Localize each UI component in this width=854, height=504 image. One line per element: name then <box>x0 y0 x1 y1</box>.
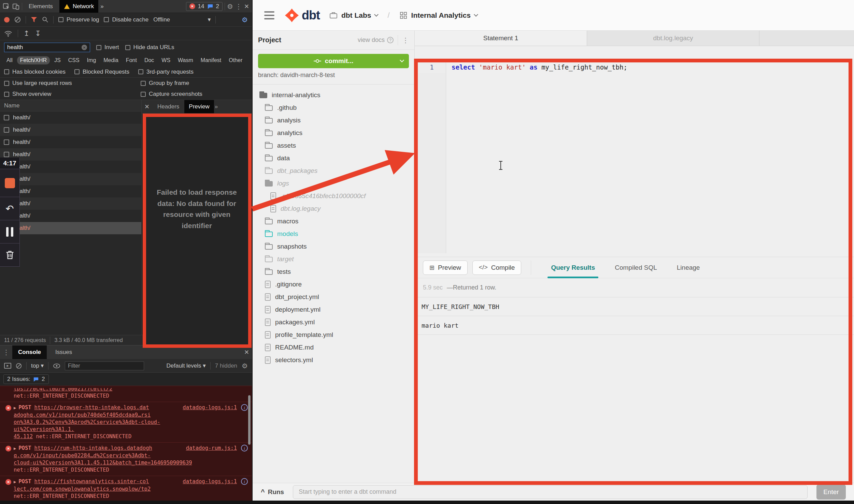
network-conditions-icon[interactable] <box>4 30 12 37</box>
tree-item-folder[interactable]: analytics <box>253 127 414 139</box>
clear-filter-icon[interactable]: ✕ <box>82 45 87 50</box>
project-switcher[interactable]: Internal Analytics <box>399 11 478 19</box>
chip-wasm[interactable]: Wasm <box>175 56 196 64</box>
tree-item-file[interactable]: selectors.yml <box>253 354 414 366</box>
tab-query-results[interactable]: Query Results <box>551 264 595 271</box>
disable-cache-checkbox[interactable]: Disable cache <box>104 16 148 23</box>
tab-preview[interactable]: Preview <box>184 100 214 113</box>
devtools-close-icon[interactable]: ✕ <box>244 3 249 10</box>
source-link[interactable]: datadog-rum.js:1 <box>186 445 237 452</box>
request-row[interactable]: health/ <box>0 185 141 197</box>
tab-compiled-sql[interactable]: Compiled SQL <box>615 264 657 271</box>
chip-doc[interactable]: Doc <box>141 56 157 64</box>
context-select[interactable]: top ▾ <box>31 362 44 369</box>
tree-item-file[interactable]: README.md <box>253 341 414 354</box>
show-overview-checkbox[interactable]: Show overview <box>4 91 141 98</box>
info-icon[interactable]: i <box>241 404 248 411</box>
import-har-icon[interactable]: ↥ <box>24 30 30 37</box>
third-party-requests-checkbox[interactable]: 3rd-party requests <box>138 69 194 75</box>
chip-img[interactable]: Img <box>84 56 99 64</box>
expand-triangle-icon[interactable]: ▶ <box>14 405 16 410</box>
chip-font[interactable]: Font <box>123 56 140 64</box>
request-row[interactable]: health/ <box>0 148 141 161</box>
name-column-header[interactable]: Name <box>0 100 141 112</box>
has-blocked-cookies-checkbox[interactable]: Has blocked cookies <box>4 69 66 75</box>
settings-gear-icon[interactable]: ⚙ <box>227 3 233 10</box>
source-link[interactable]: datadog-logs.js:1 <box>183 404 237 411</box>
export-har-icon[interactable]: ↧ <box>35 30 41 37</box>
console-sidebar-icon[interactable]: ▶ <box>4 363 11 369</box>
device-toolbar-icon[interactable] <box>12 3 20 10</box>
console-error-message[interactable]: tps://0c4c.t0b/0.0002177c0ttl/2 net::ERR… <box>0 386 252 402</box>
preserve-log-checkbox[interactable]: Preserve log <box>58 16 99 23</box>
group-by-frame-checkbox[interactable]: Group by frame <box>141 80 189 87</box>
capture-screenshots-checkbox[interactable]: Capture screenshots <box>141 91 202 98</box>
commit-button[interactable]: commit... <box>258 54 409 68</box>
tree-item-folder[interactable]: tests <box>253 265 414 278</box>
tab-dbt-log-legacy[interactable]: dbt.log.legacy <box>587 31 759 46</box>
info-icon[interactable]: i <box>241 445 248 451</box>
tree-item-file[interactable]: packages.yml <box>253 316 414 328</box>
devtools-badges[interactable]: ✕ 14 2 <box>186 2 223 11</box>
request-row[interactable]: health/ <box>0 210 141 222</box>
account-switcher[interactable]: dbt Labs <box>329 11 378 19</box>
info-icon[interactable]: i <box>241 478 248 485</box>
request-row[interactable]: health/ <box>0 197 141 210</box>
pause-recording-button[interactable] <box>0 220 20 243</box>
dbt-logo[interactable]: dbt <box>284 8 320 23</box>
chevron-down-icon[interactable] <box>400 58 404 62</box>
chip-all[interactable]: All <box>3 56 16 64</box>
tab-network[interactable]: Network <box>59 0 98 13</box>
filter-icon[interactable] <box>31 16 37 23</box>
view-docs-link[interactable]: view docs? <box>358 36 394 44</box>
chip-fetch-xhr[interactable]: Fetch/XHR <box>17 56 50 64</box>
tree-item-file[interactable]: deployment.yml <box>253 303 414 316</box>
expand-triangle-icon[interactable]: ▶ <box>14 446 16 451</box>
tree-item-file[interactable]: .gitignore <box>253 278 414 291</box>
preview-button[interactable]: ⊞Preview <box>423 261 468 275</box>
stop-recording-button[interactable] <box>0 169 20 197</box>
console-filter-input[interactable] <box>65 361 144 370</box>
network-settings-gear-icon[interactable]: ⚙ <box>242 16 248 23</box>
tab-elements[interactable]: Elements <box>24 0 57 13</box>
clear-console-icon[interactable] <box>16 363 22 369</box>
tab-issues[interactable]: Issues <box>49 345 78 359</box>
blocked-requests-checkbox[interactable]: Blocked Requests <box>74 69 129 75</box>
invert-checkbox[interactable]: Invert <box>96 44 119 51</box>
tree-item-folder-models[interactable]: models <box>253 227 414 240</box>
restart-recording-button[interactable]: ↶ <box>0 197 20 220</box>
result-row[interactable]: mario kart <box>415 316 854 335</box>
console-error-message[interactable]: ✕ ▶POSThttps://rum-http-intake.logs.data… <box>0 443 252 476</box>
tab-headers[interactable]: Headers <box>153 100 184 113</box>
drawer-menu-icon[interactable]: ⋮ <box>3 348 10 356</box>
expand-triangle-icon[interactable]: ▶ <box>14 479 16 484</box>
hide-data-urls-checkbox[interactable]: Hide data URLs <box>125 44 174 51</box>
source-link[interactable]: datadog-logs.js:1 <box>183 478 237 485</box>
tree-item-folder[interactable]: .github <box>253 101 414 114</box>
inspect-icon[interactable] <box>3 3 10 10</box>
search-icon[interactable] <box>42 16 48 23</box>
tab-lineage[interactable]: Lineage <box>677 264 700 271</box>
tree-item-root-folder[interactable]: internal-analytics <box>253 89 414 101</box>
request-row[interactable]: health/ <box>0 136 141 148</box>
delete-recording-button[interactable] <box>0 243 20 267</box>
tree-item-folder-muted[interactable]: logs <box>253 177 414 190</box>
request-row[interactable]: health/ <box>0 124 141 136</box>
throttling-select[interactable]: Offline▾ <box>153 16 211 23</box>
use-large-rows-checkbox[interactable]: Use large request rows <box>4 80 141 87</box>
tab-statement-1[interactable]: Statement 1 <box>415 31 587 46</box>
devtools-menu-icon[interactable]: ⋮ <box>235 2 242 11</box>
close-drawer-icon[interactable]: ✕ <box>244 349 249 356</box>
eye-icon[interactable] <box>53 363 60 369</box>
tree-item-folder-muted[interactable]: target <box>253 253 414 265</box>
tree-item-folder[interactable]: analysis <box>253 114 414 127</box>
request-row[interactable]: health/ <box>0 173 141 185</box>
code-editor[interactable]: 1 select 'mario kart' as my_life_right_n… <box>415 46 854 257</box>
tree-item-file[interactable]: dbt_project.yml <box>253 291 414 303</box>
tree-item-folder-muted[interactable]: dbt_packages <box>253 164 414 177</box>
network-filter-input[interactable] <box>7 44 80 51</box>
tree-item-folder[interactable]: snapshots <box>253 240 414 253</box>
request-row-selected[interactable]: health/ <box>0 222 141 234</box>
console-scrollbar[interactable] <box>248 395 251 445</box>
chip-media[interactable]: Media <box>100 56 122 64</box>
